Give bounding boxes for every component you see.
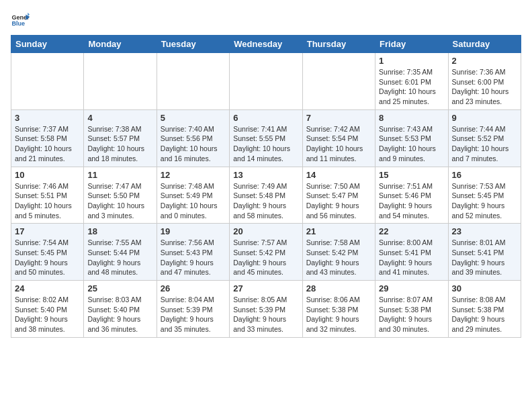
calendar-cell: 15Sunrise: 7:51 AM Sunset: 5:46 PM Dayli… [375,167,448,224]
day-number: 8 [379,113,444,123]
day-number: 12 [161,170,226,180]
day-info: Sunrise: 8:04 AM Sunset: 5:39 PM Dayligh… [161,295,226,334]
day-number: 1 [379,56,444,66]
day-number: 11 [87,170,152,180]
day-info: Sunrise: 7:53 AM Sunset: 5:45 PM Dayligh… [452,181,517,221]
weekday-header-friday: Friday [375,36,448,53]
day-info: Sunrise: 8:07 AM Sunset: 5:38 PM Dayligh… [379,295,444,334]
calendar-cell: 24Sunrise: 8:02 AM Sunset: 5:40 PM Dayli… [11,281,84,338]
calendar-cell: 6Sunrise: 7:41 AM Sunset: 5:55 PM Daylig… [230,109,302,167]
calendar-cell: 9Sunrise: 7:44 AM Sunset: 5:52 PM Daylig… [448,109,521,167]
logo-icon: General Blue [11,11,30,30]
day-number: 26 [161,283,226,293]
calendar-cell: 11Sunrise: 7:47 AM Sunset: 5:50 PM Dayli… [84,167,157,224]
day-number: 21 [306,226,371,236]
day-number: 27 [233,283,298,293]
calendar-week-1: 1Sunrise: 7:35 AM Sunset: 6:01 PM Daylig… [11,53,521,110]
calendar-cell [84,53,157,110]
calendar-table: SundayMondayTuesdayWednesdayThursdayFrid… [11,35,521,338]
day-info: Sunrise: 7:49 AM Sunset: 5:48 PM Dayligh… [233,181,298,221]
day-info: Sunrise: 8:05 AM Sunset: 5:39 PM Dayligh… [233,295,298,334]
weekday-header-sunday: Sunday [11,36,84,53]
svg-text:Blue: Blue [11,20,25,27]
calendar-cell: 26Sunrise: 8:04 AM Sunset: 5:39 PM Dayli… [157,281,229,338]
weekday-header-saturday: Saturday [448,36,521,53]
calendar-cell: 13Sunrise: 7:49 AM Sunset: 5:48 PM Dayli… [230,167,302,224]
day-info: Sunrise: 7:43 AM Sunset: 5:53 PM Dayligh… [379,124,444,164]
calendar-header-row: SundayMondayTuesdayWednesdayThursdayFrid… [11,36,521,53]
day-number: 14 [306,170,371,180]
day-info: Sunrise: 7:54 AM Sunset: 5:45 PM Dayligh… [15,238,80,277]
day-number: 7 [306,113,371,123]
day-info: Sunrise: 8:08 AM Sunset: 5:38 PM Dayligh… [452,295,517,334]
day-info: Sunrise: 7:58 AM Sunset: 5:42 PM Dayligh… [306,238,371,277]
day-number: 4 [87,113,152,123]
calendar-cell: 22Sunrise: 8:00 AM Sunset: 5:41 PM Dayli… [375,224,448,281]
day-info: Sunrise: 7:42 AM Sunset: 5:54 PM Dayligh… [306,124,371,164]
calendar-cell: 28Sunrise: 8:06 AM Sunset: 5:38 PM Dayli… [302,281,375,338]
day-number: 29 [379,283,444,293]
day-number: 28 [306,283,371,293]
calendar-cell: 12Sunrise: 7:48 AM Sunset: 5:49 PM Dayli… [157,167,229,224]
day-info: Sunrise: 7:48 AM Sunset: 5:49 PM Dayligh… [161,181,226,221]
calendar-cell: 17Sunrise: 7:54 AM Sunset: 5:45 PM Dayli… [11,224,84,281]
calendar-cell: 10Sunrise: 7:46 AM Sunset: 5:51 PM Dayli… [11,167,84,224]
calendar-cell: 5Sunrise: 7:40 AM Sunset: 5:56 PM Daylig… [157,109,229,167]
day-number: 25 [87,283,152,293]
day-info: Sunrise: 7:40 AM Sunset: 5:56 PM Dayligh… [161,124,226,164]
day-number: 17 [15,226,80,236]
weekday-header-monday: Monday [84,36,157,53]
calendar-cell: 14Sunrise: 7:50 AM Sunset: 5:47 PM Dayli… [302,167,375,224]
calendar-cell: 16Sunrise: 7:53 AM Sunset: 5:45 PM Dayli… [448,167,521,224]
calendar-cell: 4Sunrise: 7:38 AM Sunset: 5:57 PM Daylig… [84,109,157,167]
calendar-week-3: 10Sunrise: 7:46 AM Sunset: 5:51 PM Dayli… [11,167,521,224]
day-number: 13 [233,170,298,180]
calendar-week-4: 17Sunrise: 7:54 AM Sunset: 5:45 PM Dayli… [11,224,521,281]
calendar-cell: 29Sunrise: 8:07 AM Sunset: 5:38 PM Dayli… [375,281,448,338]
day-info: Sunrise: 7:50 AM Sunset: 5:47 PM Dayligh… [306,181,371,221]
day-number: 6 [233,113,298,123]
day-info: Sunrise: 7:44 AM Sunset: 5:52 PM Dayligh… [452,124,517,164]
day-number: 9 [452,113,517,123]
calendar-cell: 27Sunrise: 8:05 AM Sunset: 5:39 PM Dayli… [230,281,302,338]
day-info: Sunrise: 7:51 AM Sunset: 5:46 PM Dayligh… [379,181,444,221]
day-number: 19 [161,226,226,236]
calendar-cell: 20Sunrise: 7:57 AM Sunset: 5:42 PM Dayli… [230,224,302,281]
day-number: 16 [452,170,517,180]
day-number: 10 [15,170,80,180]
day-number: 2 [452,56,517,66]
day-info: Sunrise: 7:35 AM Sunset: 6:01 PM Dayligh… [379,67,444,107]
weekday-header-wednesday: Wednesday [230,36,302,53]
page-header: General Blue [11,11,521,30]
calendar-cell: 23Sunrise: 8:01 AM Sunset: 5:41 PM Dayli… [448,224,521,281]
calendar-cell [157,53,229,110]
calendar-cell: 25Sunrise: 8:03 AM Sunset: 5:40 PM Dayli… [84,281,157,338]
day-info: Sunrise: 7:47 AM Sunset: 5:50 PM Dayligh… [87,181,152,221]
day-number: 5 [161,113,226,123]
day-info: Sunrise: 8:01 AM Sunset: 5:41 PM Dayligh… [452,238,517,277]
weekday-header-thursday: Thursday [302,36,375,53]
calendar-cell: 19Sunrise: 7:56 AM Sunset: 5:43 PM Dayli… [157,224,229,281]
calendar-cell [302,53,375,110]
calendar-cell: 30Sunrise: 8:08 AM Sunset: 5:38 PM Dayli… [448,281,521,338]
calendar-cell: 7Sunrise: 7:42 AM Sunset: 5:54 PM Daylig… [302,109,375,167]
day-info: Sunrise: 7:37 AM Sunset: 5:58 PM Dayligh… [15,124,80,164]
day-info: Sunrise: 7:38 AM Sunset: 5:57 PM Dayligh… [87,124,152,164]
calendar-week-5: 24Sunrise: 8:02 AM Sunset: 5:40 PM Dayli… [11,281,521,338]
day-info: Sunrise: 7:46 AM Sunset: 5:51 PM Dayligh… [15,181,80,221]
day-info: Sunrise: 7:41 AM Sunset: 5:55 PM Dayligh… [233,124,298,164]
calendar-week-2: 3Sunrise: 7:37 AM Sunset: 5:58 PM Daylig… [11,109,521,167]
day-number: 15 [379,170,444,180]
day-info: Sunrise: 8:03 AM Sunset: 5:40 PM Dayligh… [87,295,152,334]
day-number: 18 [87,226,152,236]
calendar-cell: 21Sunrise: 7:58 AM Sunset: 5:42 PM Dayli… [302,224,375,281]
day-info: Sunrise: 7:56 AM Sunset: 5:43 PM Dayligh… [161,238,226,277]
day-info: Sunrise: 8:00 AM Sunset: 5:41 PM Dayligh… [379,238,444,277]
calendar-cell: 2Sunrise: 7:36 AM Sunset: 6:00 PM Daylig… [448,53,521,110]
weekday-header-tuesday: Tuesday [157,36,229,53]
day-info: Sunrise: 8:06 AM Sunset: 5:38 PM Dayligh… [306,295,371,334]
calendar-cell: 8Sunrise: 7:43 AM Sunset: 5:53 PM Daylig… [375,109,448,167]
calendar-cell [11,53,84,110]
day-number: 23 [452,226,517,236]
day-info: Sunrise: 7:57 AM Sunset: 5:42 PM Dayligh… [233,238,298,277]
